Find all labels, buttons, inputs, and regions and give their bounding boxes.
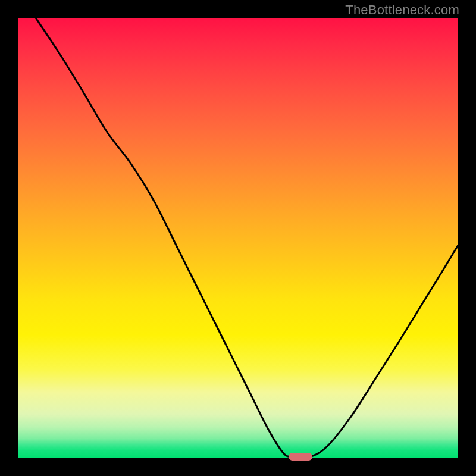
optimal-marker: [289, 453, 312, 461]
bottleneck-curve: [36, 18, 458, 458]
watermark-text: TheBottleneck.com: [345, 2, 459, 18]
plot-area: [18, 18, 458, 458]
chart-frame: TheBottleneck.com: [0, 0, 476, 476]
curve-svg: [18, 18, 458, 458]
